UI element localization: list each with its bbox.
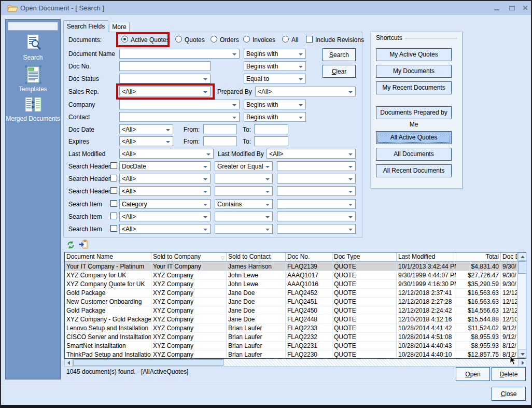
search-header-1-checkbox[interactable] bbox=[110, 162, 117, 169]
search-item-2-value-combo[interactable] bbox=[277, 212, 356, 221]
open-button[interactable]: Open bbox=[456, 367, 490, 381]
minimize-button[interactable] bbox=[492, 4, 503, 13]
radio-quotes[interactable] bbox=[175, 36, 182, 43]
scroll-left-icon[interactable] bbox=[64, 359, 73, 367]
search-header-3-checkbox[interactable] bbox=[110, 187, 117, 194]
search-item-3-value-combo[interactable] bbox=[277, 224, 356, 234]
shortcut-all-documents[interactable]: All Documents bbox=[376, 148, 452, 161]
titlebar[interactable]: Open Document - [ Search ] ✕ bbox=[1, 1, 531, 15]
table-row[interactable]: Your IT Company - Platinum Your IT Compa… bbox=[65, 262, 517, 271]
column-header-last-modified[interactable]: Last Modified bbox=[397, 252, 456, 262]
table-row[interactable]: XYZ Company for UK XYZ Company John Lewe… bbox=[65, 271, 517, 280]
search-header-3-op-combo[interactable] bbox=[215, 186, 273, 196]
search-item-2-checkbox[interactable] bbox=[110, 213, 117, 219]
last-modified-combo[interactable]: <All> bbox=[119, 149, 214, 159]
search-item-1-op-combo[interactable]: Contains bbox=[215, 199, 273, 209]
search-header-2-op-combo[interactable] bbox=[215, 174, 273, 184]
doc-date-from-input[interactable] bbox=[203, 124, 237, 134]
tab-search-fields[interactable]: Search Fields bbox=[63, 20, 108, 32]
search-item-1-checkbox[interactable] bbox=[110, 200, 117, 207]
search-header-1-field-combo[interactable]: DocDate bbox=[119, 161, 211, 171]
table-row[interactable]: XYZ Company - Gold Package XYZ Company J… bbox=[65, 315, 517, 324]
sidebar-item-merged-documents[interactable]: Merged Documents bbox=[6, 96, 60, 122]
search-header-2-value-combo[interactable] bbox=[277, 174, 356, 184]
sidebar-item-templates[interactable]: Templates bbox=[6, 65, 60, 93]
vertical-scrollbar[interactable] bbox=[517, 252, 526, 358]
expires-to-input[interactable] bbox=[254, 136, 288, 146]
table-row[interactable]: New Customer Onboarding XYZ Company Jane… bbox=[65, 298, 517, 306]
search-item-3-field-combo[interactable]: <All> bbox=[119, 224, 211, 234]
expires-from-input[interactable] bbox=[203, 136, 237, 146]
prepared-by-combo[interactable]: <All> bbox=[255, 87, 356, 96]
doc-no-op-combo[interactable]: Begins with bbox=[244, 61, 306, 71]
table-row[interactable]: Lenovo Setup and Installation XYZ Compan… bbox=[65, 324, 517, 333]
search-item-1-field-combo[interactable]: Category bbox=[119, 199, 211, 209]
company-op-combo[interactable]: Begins with bbox=[244, 100, 306, 109]
table-row[interactable]: Gold Package XYZ Company Jane Doe FLAQ24… bbox=[65, 306, 517, 315]
search-header-3-value-combo[interactable] bbox=[277, 186, 356, 196]
shortcut-my-recent-documents[interactable]: My Recent Documents bbox=[376, 81, 452, 94]
last-modified-by-combo[interactable]: <All> bbox=[267, 149, 356, 159]
search-header-2-field-combo[interactable]: <All> bbox=[119, 174, 211, 184]
shortcut-my-active-quotes[interactable]: My Active Quotes bbox=[376, 48, 452, 61]
sales-rep-combo[interactable]: <All> bbox=[119, 87, 211, 96]
column-header-document-name[interactable]: Document Name bbox=[65, 252, 151, 262]
company-combo[interactable] bbox=[119, 100, 240, 109]
radio-active-quotes[interactable] bbox=[121, 36, 128, 43]
shortcut-all-active-quotes[interactable]: All Active Quotes bbox=[376, 131, 452, 144]
table-row[interactable]: XYZ Company Quote for UK XYZ Company Joh… bbox=[65, 280, 517, 289]
scroll-up-icon[interactable] bbox=[518, 252, 526, 261]
maximize-button[interactable] bbox=[507, 4, 518, 13]
shortcut-my-documents[interactable]: My Documents bbox=[376, 65, 452, 78]
close-button[interactable]: ✕ bbox=[520, 4, 531, 13]
search-header-1-op-combo[interactable]: Greater or Equal bbox=[215, 161, 273, 171]
table-row[interactable]: Gold Package XYZ Company Jane Doe FLAQ24… bbox=[65, 289, 517, 298]
radio-orders[interactable] bbox=[211, 36, 217, 43]
delete-button[interactable]: Delete bbox=[492, 367, 526, 381]
document-name-combo[interactable] bbox=[119, 49, 240, 59]
shortcut-all-recent-documents[interactable]: All Recent Documents bbox=[376, 164, 452, 177]
doc-date-combo[interactable]: <All> bbox=[119, 124, 173, 134]
tab-more[interactable]: More bbox=[109, 22, 130, 32]
include-revisions-checkbox[interactable] bbox=[306, 36, 313, 43]
radio-invoices[interactable] bbox=[243, 36, 250, 43]
shortcut-documents-prepared-by-me[interactable]: Documents Prepared by Me bbox=[376, 106, 452, 119]
column-header-total[interactable]: Total bbox=[456, 252, 501, 262]
send-to-clipboard-icon[interactable] bbox=[78, 240, 89, 249]
horizontal-scroll-thumb[interactable] bbox=[73, 359, 223, 366]
search-item-1-value-combo[interactable] bbox=[277, 199, 356, 209]
table-row[interactable]: SmartNet Installtation XYZ Company Brian… bbox=[65, 342, 517, 350]
refresh-icon[interactable] bbox=[67, 241, 75, 249]
column-header-doc-date[interactable]: Doc Date bbox=[501, 252, 517, 262]
vertical-scroll-thumb[interactable] bbox=[518, 261, 526, 274]
column-header-doc-type[interactable]: Doc Type bbox=[332, 252, 397, 262]
search-button[interactable]: Search bbox=[323, 48, 356, 61]
horizontal-scrollbar[interactable] bbox=[64, 359, 526, 367]
search-item-3-checkbox[interactable] bbox=[110, 225, 117, 232]
doc-status-op-combo[interactable]: Equal to bbox=[244, 74, 306, 83]
search-header-3-field-combo[interactable]: <All> bbox=[119, 186, 211, 196]
document-name-op-combo[interactable]: Begins with bbox=[244, 49, 306, 59]
close-dialog-button[interactable]: Close bbox=[492, 387, 526, 401]
sidebar-item-search[interactable]: Search bbox=[6, 34, 60, 61]
search-item-3-op-combo[interactable] bbox=[215, 224, 273, 234]
column-header-doc-no[interactable]: Doc No. bbox=[286, 252, 332, 262]
search-header-2-checkbox[interactable] bbox=[110, 175, 117, 181]
search-item-2-op-combo[interactable] bbox=[215, 212, 273, 221]
contact-combo[interactable] bbox=[119, 112, 240, 122]
search-item-2-field-combo[interactable]: <All> bbox=[119, 212, 211, 221]
table-row[interactable]: CISCO Server and Installtation XYZ Compa… bbox=[65, 333, 517, 342]
clear-button[interactable]: Clear bbox=[323, 65, 356, 78]
radio-all[interactable] bbox=[282, 36, 289, 43]
expires-combo[interactable]: <All> bbox=[119, 136, 173, 146]
search-header-1-value-combo[interactable] bbox=[277, 161, 356, 171]
doc-status-combo[interactable] bbox=[119, 74, 211, 83]
column-header-sold-to-contact[interactable]: Sold to Contact bbox=[227, 252, 286, 262]
column-header-sold-to-company[interactable]: Sold to Company▽ bbox=[151, 252, 227, 262]
table-row[interactable]: ThinkPad Setup and Installation XYZ Comp… bbox=[65, 350, 517, 359]
doc-no-input[interactable] bbox=[119, 61, 211, 71]
scroll-right-icon[interactable] bbox=[518, 359, 526, 367]
scroll-down-icon[interactable] bbox=[518, 349, 526, 358]
doc-date-to-input[interactable] bbox=[254, 124, 288, 134]
contact-op-combo[interactable]: Begins with bbox=[244, 112, 306, 122]
